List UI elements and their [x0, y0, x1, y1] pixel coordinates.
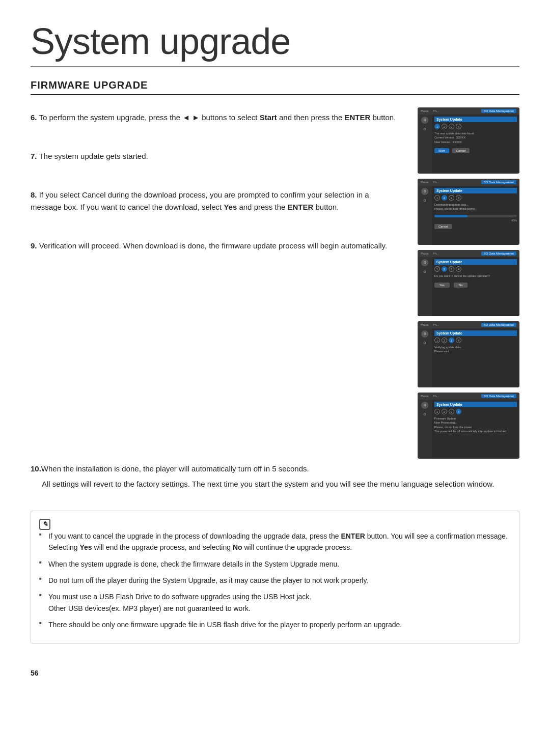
- screen5-step3: 3: [449, 409, 454, 414]
- screen4-step1: 1: [434, 338, 440, 343]
- bullet-list: If you want to cancel the upgrade in the…: [39, 530, 511, 631]
- screen2-step2: 2: [442, 195, 447, 201]
- screen3-no-btn: No: [454, 283, 468, 288]
- screen3-step4: 4: [456, 266, 461, 272]
- screen1-cancel-btn: Cancel: [452, 148, 470, 153]
- step-6-text: 6. To perform the system upgrade, press …: [31, 107, 405, 124]
- screen5-step4: 4: [456, 409, 461, 414]
- bullet-3: Do not turn off the player during the Sy…: [39, 575, 511, 586]
- step-7-number: 7.: [31, 152, 37, 160]
- screen3-tab2: Ph...: [433, 252, 439, 255]
- screen2-step4: 4: [456, 195, 461, 201]
- bullet-1: If you want to cancel the upgrade in the…: [39, 530, 511, 553]
- bullet-2: When the system upgrade is done, check t…: [39, 558, 511, 570]
- step-8-text: 8. If you select Cancel during the downl…: [31, 185, 405, 213]
- screens-column: Music Ph... BD Data Management ⚙ ⊙ Syste…: [418, 107, 519, 459]
- screen5-tab2: Ph...: [433, 395, 439, 398]
- screen1-step1: 1: [434, 124, 440, 129]
- screen3-step2: 2: [442, 266, 447, 272]
- screen1-text: The new update data was found. Current V…: [434, 131, 517, 144]
- note-icon: ✎: [39, 519, 50, 530]
- screen3-bd-tab: BD Data Management: [481, 251, 516, 256]
- screen5-bd-tab: BD Data Management: [481, 394, 516, 398]
- screen2-percent: 40%: [434, 219, 517, 222]
- step-10-text: 10.When the installation is done, the pl…: [31, 459, 519, 490]
- bullet-4: You must use a USB Flash Drive to do sof…: [39, 591, 511, 614]
- screen4-tab1: Music: [421, 323, 429, 326]
- screen1-step4: 4: [456, 124, 461, 129]
- screen2-steps: 1 2 3 4: [434, 195, 517, 201]
- content-area: 6. To perform the system upgrade, press …: [31, 107, 519, 654]
- screen2-icon2: ⊙: [421, 197, 428, 204]
- screen-4: Music Ph... BD Data Management ⚙ ⊙ Syste…: [418, 321, 519, 387]
- step-7-row: 7. The system update gets started.: [31, 146, 405, 162]
- screen3-yes-btn: Yes: [434, 283, 450, 288]
- note-box: ✎ If you want to cancel the upgrade in t…: [31, 511, 519, 643]
- step-6-row: 6. To perform the system upgrade, press …: [31, 107, 405, 124]
- screen3-step1: 1: [434, 266, 440, 272]
- step-10-row: 10.When the installation is done, the pl…: [31, 459, 519, 490]
- screen4-step4: 4: [456, 338, 461, 343]
- screen2-progress-bar: [434, 215, 468, 217]
- screen1-icon2: ⊙: [421, 126, 428, 133]
- screen2-step3: 3: [449, 195, 454, 201]
- page-title: System upgrade: [31, 20, 519, 67]
- screen3-tab1: Music: [421, 252, 429, 255]
- screen4-icon1: ⚙: [421, 330, 428, 338]
- step-8-number: 8.: [31, 190, 37, 199]
- screen4-icon2: ⊙: [421, 340, 428, 347]
- screen3-icon2: ⊙: [421, 268, 428, 275]
- screen4-bd-tab: BD Data Management: [481, 323, 516, 327]
- screen2-cancel-btn: Cancel: [434, 224, 452, 229]
- screen1-bd-tab: BD Data Management: [481, 109, 516, 113]
- screen2-progress: [434, 215, 517, 217]
- screen2-text: Downloading update data... Please, do no…: [434, 203, 517, 211]
- screen4-steps: 1 2 3 4: [434, 338, 517, 343]
- screen3-text: Do you want to cancel the update operati…: [434, 274, 517, 278]
- screen5-steps: 1 2 3 4: [434, 409, 517, 414]
- step-7-text: 7. The system update gets started.: [31, 146, 405, 162]
- screen3-yesno: Yes No: [434, 283, 517, 288]
- screen2-buttons: Cancel: [434, 224, 517, 229]
- screen2-step1: 1: [434, 195, 440, 201]
- screen3-steps: 1 2 3 4: [434, 266, 517, 272]
- screen1-start-btn: Start: [434, 148, 449, 153]
- buttons-text: buttons: [202, 113, 227, 122]
- step-8-row: 8. If you select Cancel during the downl…: [31, 185, 405, 213]
- screen4-title: System Update: [434, 330, 517, 336]
- screen5-step2: 2: [442, 409, 447, 414]
- screen1-steps: 1 2 3 4: [434, 124, 517, 129]
- screen4-step3: 3: [449, 338, 454, 343]
- screen4-tab2: Ph...: [433, 323, 439, 326]
- step-9-row: 9. Verification will proceed. When downl…: [31, 236, 405, 252]
- screen3-title: System Update: [434, 259, 517, 265]
- section-title: FIRMWARE UPGRADE: [31, 79, 519, 95]
- screen3-icon1: ⚙: [421, 259, 428, 266]
- screen1-step3: 3: [449, 124, 454, 129]
- screen1-buttons: Start Cancel: [434, 148, 517, 153]
- screen5-tab1: Music: [421, 395, 429, 398]
- screen3-step3: 3: [449, 266, 454, 272]
- screen2-tab1: Music: [421, 181, 429, 184]
- step-6-number: 6.: [31, 113, 37, 122]
- screen1-icon1: ⚙: [421, 117, 428, 124]
- screen1-tab1: Music: [421, 109, 429, 113]
- bullet-5: There should be only one firmware upgrad…: [39, 619, 511, 630]
- screen2-icon1: ⚙: [421, 188, 428, 195]
- screen-5: Music Ph... BD Data Management ⚙ ⊙ Syste…: [418, 393, 519, 459]
- screen2-title: System Update: [434, 188, 517, 193]
- page-number: 56: [31, 669, 519, 677]
- screen5-icon1: ⚙: [421, 402, 428, 409]
- screen1-tab2: Ph...: [433, 109, 439, 113]
- screen-2: Music Ph... BD Data Management ⚙ ⊙ Syste…: [418, 179, 519, 245]
- step-9-number: 9.: [31, 241, 37, 250]
- screen5-text: Firmware Update Now Processing... Please…: [434, 416, 517, 433]
- screen5-title: System Update: [434, 402, 517, 407]
- screen-1: Music Ph... BD Data Management ⚙ ⊙ Syste…: [418, 107, 519, 174]
- screen5-icon2: ⊙: [421, 411, 428, 418]
- step-9-text: 9. Verification will proceed. When downl…: [31, 236, 405, 252]
- screen1-step2: 2: [442, 124, 447, 129]
- screen2-bd-tab: BD Data Management: [481, 180, 516, 184]
- screen2-tab2: Ph...: [433, 181, 439, 184]
- screen5-step1: 1: [434, 409, 440, 414]
